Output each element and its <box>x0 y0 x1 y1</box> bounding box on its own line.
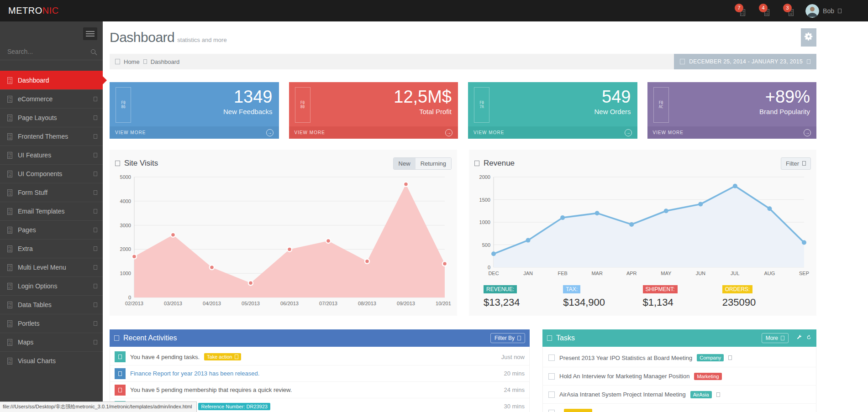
view-more-button[interactable]: VIEW MORE → <box>647 126 817 139</box>
revenue-chart: 0500100015002000DECJANFEBMARAPRMAYJUNJUL… <box>474 172 810 278</box>
chevron-icon[interactable] <box>728 355 732 360</box>
date-range-picker[interactable]: DECEMBER 25, 2014 - JANUARY 23, 2015 <box>674 54 816 69</box>
logo-text: METRO <box>8 5 42 16</box>
chevron-icon <box>94 97 97 101</box>
activity-row[interactable]: You have 5 pending membership that requi… <box>110 381 529 398</box>
task-checkbox[interactable] <box>548 355 555 361</box>
activity-text: You have 5 pending membership that requi… <box>130 386 292 393</box>
stat-value: $134,900 <box>563 297 642 308</box>
svg-text:JUN: JUN <box>696 271 705 276</box>
task-checkbox[interactable] <box>548 391 555 398</box>
task-checkbox[interactable] <box>548 373 555 380</box>
stat-card-body: F086 1349 New Feedbacks <box>110 82 279 126</box>
task-badge <box>564 409 592 412</box>
more-button[interactable]: More <box>762 333 789 343</box>
user-menu[interactable]: Bob <box>805 4 842 18</box>
sidebar-item-login-options[interactable]: F007 Login Options <box>0 276 103 295</box>
stat-value: $1,134 <box>643 297 722 308</box>
sidebar-item-pages[interactable]: F0E8 Pages <box>0 220 103 239</box>
svg-text:1500: 1500 <box>479 197 490 203</box>
notifications-button[interactable]: 7 F0F3 <box>733 5 745 16</box>
chevron-icon <box>94 228 97 232</box>
chevron-icon[interactable] <box>716 392 720 397</box>
chevron-down-icon <box>517 336 521 340</box>
envelope-icon: F003 <box>7 208 12 215</box>
user-name: Bob <box>823 7 834 15</box>
view-more-button[interactable]: VIEW MORE → <box>110 126 279 139</box>
chevron-icon <box>94 321 97 326</box>
svg-text:1000: 1000 <box>479 219 490 225</box>
check-icon <box>115 351 126 362</box>
sidebar-item-multi-level-menu[interactable]: F01C Multi Level Menu <box>0 258 103 276</box>
layout-icon: F035 <box>7 115 12 121</box>
site-visits-chart: 01000200030004000500002/201303/201304/20… <box>115 172 451 308</box>
refresh-icon[interactable] <box>806 334 812 342</box>
svg-text:09/2013: 09/2013 <box>397 301 415 306</box>
view-more-button[interactable]: VIEW MORE → <box>468 126 637 139</box>
sidebar-item-frontend-themes[interactable]: F06B Frontend Themes <box>0 127 103 146</box>
sidebar-toggler[interactable] <box>83 27 97 40</box>
app-logo[interactable]: METRONIC <box>8 5 59 16</box>
sidebar-item-label: Visual Charts <box>18 357 97 365</box>
site-visits-portlet: Site Visits New Returning 01000200030004… <box>110 150 457 316</box>
sidebar-item-portlets[interactable]: F009 Portlets <box>0 314 103 333</box>
sidebar-item-ui-components[interactable]: F12E UI Components <box>0 164 103 183</box>
activity-row[interactable]: You have 4 pending tasks. Take action Ju… <box>110 349 529 365</box>
svg-text:MAY: MAY <box>661 271 672 276</box>
arrow-circle-right-icon: → <box>445 129 452 136</box>
stat-label: New Feedbacks <box>223 108 273 115</box>
notification-count-badge: 7 <box>735 4 743 12</box>
svg-text:0: 0 <box>128 295 131 300</box>
user-icon: F007 <box>7 283 12 290</box>
sidebar-item-label: Form Stuff <box>18 189 88 196</box>
task-checkbox[interactable] <box>548 410 555 412</box>
tasks-button[interactable]: 3 F0AE <box>781 5 794 16</box>
activity-row[interactable]: Finance Report for year 2013 has been re… <box>110 365 529 381</box>
sidebar-item-extra[interactable]: F068 Extra <box>0 239 103 258</box>
sidebar-item-form-stuff[interactable]: F0CE Form Stuff <box>0 183 103 202</box>
filter-button[interactable]: Filter <box>781 157 811 170</box>
sidebar-item-maps[interactable]: F041 Maps <box>0 333 103 351</box>
svg-text:07/2013: 07/2013 <box>319 301 337 306</box>
take-action-badge[interactable]: Take action <box>204 353 241 360</box>
sidebar-item-data-tables[interactable]: F00A Data Tables <box>0 295 103 314</box>
wrench-icon[interactable] <box>796 334 802 342</box>
sidebar-item-dashboard[interactable]: F015 Dashboard <box>0 71 103 89</box>
portlet-title: Revenue <box>484 159 515 168</box>
settings-button[interactable] <box>801 28 816 47</box>
chevron-down-icon <box>781 336 784 340</box>
stat-cards-row: F086 1349 New Feedbacks VIEW MORE → F080… <box>110 82 816 139</box>
stat-value: 12,5M$ <box>394 87 452 107</box>
stat-badge: SHIPMENT: <box>643 285 678 293</box>
breadcrumb-home[interactable]: Home <box>124 58 140 65</box>
returning-visitors-button[interactable]: Returning <box>416 158 451 169</box>
list-icon: F01C <box>7 264 12 271</box>
sidebar-item-visual-charts[interactable]: F080 Visual Charts <box>0 351 103 370</box>
svg-text:AUG: AUG <box>764 271 775 276</box>
search-icon[interactable] <box>91 49 95 54</box>
check-square-icon <box>547 335 552 341</box>
portlet-title: Site Visits <box>124 159 158 168</box>
sidebar-menu: F015 Dashboard F07A eCommerce F035 Page … <box>0 71 103 370</box>
svg-text:APR: APR <box>626 271 637 276</box>
svg-text:08/2013: 08/2013 <box>358 301 376 306</box>
sidebar-item-label: Frontend Themes <box>18 133 88 140</box>
sidebar-item-ecommerce[interactable]: F07A eCommerce <box>0 89 103 108</box>
stat-label: Brand Popularity <box>759 108 810 115</box>
reference-number-badge[interactable]: Reference Number: DR23923 <box>198 403 270 410</box>
stat-value: 549 <box>602 87 631 107</box>
view-more-button[interactable]: VIEW MORE → <box>289 126 458 139</box>
new-visitors-button[interactable]: New <box>394 158 416 169</box>
search-input[interactable] <box>7 48 91 55</box>
activity-link[interactable]: Finance Report for year 2013 has been re… <box>130 370 259 377</box>
puzzle-icon: F12E <box>7 171 12 177</box>
calendar-icon <box>680 59 685 64</box>
chevron-down-icon <box>807 59 810 64</box>
orders-stat: ORDERS: 235090 <box>722 285 802 308</box>
sidebar-item-page-layouts[interactable]: F035 Page Layouts <box>0 108 103 127</box>
sidebar-item-ui-features[interactable]: F097 UI Features <box>0 146 103 164</box>
filter-by-button[interactable]: Filter By <box>490 333 525 343</box>
sidebar-item-email-templates[interactable]: F003 Email Templates <box>0 202 103 220</box>
chevron-icon <box>94 153 97 157</box>
inbox-button[interactable]: 4 F0E0 <box>757 5 769 16</box>
